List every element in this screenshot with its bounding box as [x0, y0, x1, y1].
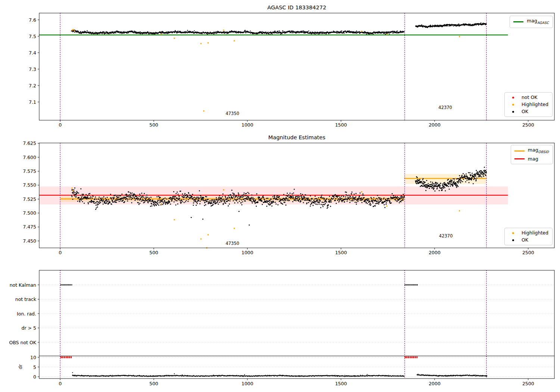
- middle-plot-marker-legend: HighlightedOK: [504, 228, 553, 245]
- y-tick-label: 7.1: [29, 99, 36, 105]
- dr-trace-1: [417, 374, 488, 377]
- plots-canvas: 4735042370050010001500200025007.67.57.47…: [0, 0, 560, 392]
- legend-label: magAGASC: [527, 18, 549, 26]
- legend-line-swatch: [514, 150, 525, 152]
- bottom-plot-frame: [39, 270, 554, 379]
- dr-spike: [244, 374, 245, 375]
- dr-spike: [367, 374, 367, 375]
- y-tick-label: 7.4: [29, 50, 36, 56]
- legend-item: not OK: [508, 94, 548, 100]
- legend-dot-swatch: [512, 239, 514, 241]
- x-tick-label: 2000: [429, 250, 441, 255]
- y-tick-label: 7.450: [23, 238, 36, 244]
- scatter-series-obsid-42370-ok: [415, 22, 487, 28]
- highlighted-points: [71, 29, 460, 112]
- top-plot-line-legend: magAGASC: [510, 16, 553, 28]
- x-tick-label: 2500: [522, 250, 534, 255]
- legend-item: mag: [514, 156, 549, 162]
- dr-tick-label: 0: [33, 374, 36, 380]
- middle-plot-line-legend: magOBSIDmag: [511, 145, 553, 164]
- middle-plot-title: Magnitude Estimates: [268, 134, 325, 140]
- dr-spike: [418, 374, 419, 374]
- legend-label: Highlighted: [522, 102, 548, 108]
- legend-label: Highlighted: [522, 230, 548, 236]
- flag-row-label: Ion. rad.: [17, 311, 36, 317]
- y-tick-label: 7.5: [29, 34, 36, 39]
- obsid-band-42370: [404, 174, 486, 184]
- x-tick-label: 500: [149, 381, 158, 386]
- legend-item: Highlighted: [508, 230, 548, 236]
- scatter-series-obsid-47350-ok: [71, 29, 404, 35]
- legend-label: magOBSID: [528, 147, 549, 155]
- top-plot-title: AGASC ID 183384272: [267, 4, 326, 10]
- obsid-annotation: 42370: [438, 105, 452, 110]
- figure: 4735042370050010001500200025007.67.57.47…: [0, 0, 560, 392]
- flag-row-label: OBS not OK: [9, 340, 36, 345]
- legend-item: Highlighted: [508, 102, 548, 108]
- flag-row-label: not Kalman: [10, 282, 36, 288]
- legend-line-swatch: [514, 158, 525, 159]
- y-tick-label: 7.600: [23, 155, 36, 160]
- x-tick-label: 500: [149, 250, 158, 255]
- top-plot-marker-legend: not OKHighlightedOK: [504, 92, 553, 117]
- y-tick-label: 7.525: [23, 196, 36, 202]
- legend-dot-swatch: [512, 104, 514, 106]
- x-tick-label: 2500: [522, 122, 534, 128]
- y-tick-label: 7.550: [23, 182, 36, 188]
- dr-trace-0: [72, 374, 405, 377]
- x-tick-label: 1000: [242, 250, 253, 255]
- legend-dot-swatch: [512, 97, 514, 99]
- obsid-annotation: 47350: [225, 241, 239, 246]
- x-tick-label: 0: [59, 381, 62, 386]
- dr-tick-label: 5: [33, 364, 36, 370]
- x-tick-label: 1000: [242, 122, 253, 128]
- top-plot-frame: [39, 13, 554, 120]
- x-tick-label: 2000: [429, 122, 441, 128]
- flag-row-label: dr > 5: [22, 325, 36, 331]
- x-tick-label: 500: [149, 122, 158, 128]
- y-tick-label: 7.625: [23, 140, 36, 146]
- legend-item: magOBSID: [514, 147, 549, 155]
- x-tick-label: 0: [59, 250, 62, 255]
- legend-item: OK: [508, 237, 548, 243]
- y-tick-label: 7.6: [29, 17, 36, 23]
- x-tick-label: 2500: [522, 381, 534, 386]
- legend-label: mag: [528, 156, 538, 162]
- y-tick-label: 7.3: [29, 66, 36, 72]
- obsid-annotation: 47350: [225, 111, 239, 116]
- legend-item: OK: [508, 109, 548, 115]
- y-tick-label: 7.500: [23, 210, 36, 216]
- legend-dot-swatch: [512, 111, 514, 113]
- legend-line-swatch: [513, 21, 523, 22]
- dr-axis-label: dr: [18, 364, 23, 369]
- legend-dot-swatch: [512, 232, 514, 234]
- flag-row-label: not track: [15, 296, 37, 302]
- x-tick-label: 1500: [335, 381, 347, 386]
- x-tick-label: 1500: [335, 122, 347, 128]
- legend-label: OK: [522, 237, 528, 243]
- x-tick-label: 2000: [429, 381, 441, 386]
- y-tick-label: 7.575: [23, 168, 36, 174]
- x-tick-label: 0: [59, 122, 62, 128]
- dr-spike: [72, 372, 73, 373]
- dr-spike: [174, 373, 175, 374]
- x-tick-label: 1000: [242, 381, 253, 386]
- legend-item: magAGASC: [513, 18, 549, 26]
- y-tick-label: 7.475: [23, 224, 36, 230]
- x-tick-label: 1500: [335, 250, 347, 255]
- legend-label: not OK: [522, 94, 537, 100]
- dr-tick-label: 10: [30, 355, 36, 360]
- y-tick-label: 7.2: [29, 83, 36, 88]
- legend-label: OK: [522, 109, 528, 115]
- ok-low-points: [191, 211, 250, 226]
- obsid-annotation: 42370: [439, 233, 453, 239]
